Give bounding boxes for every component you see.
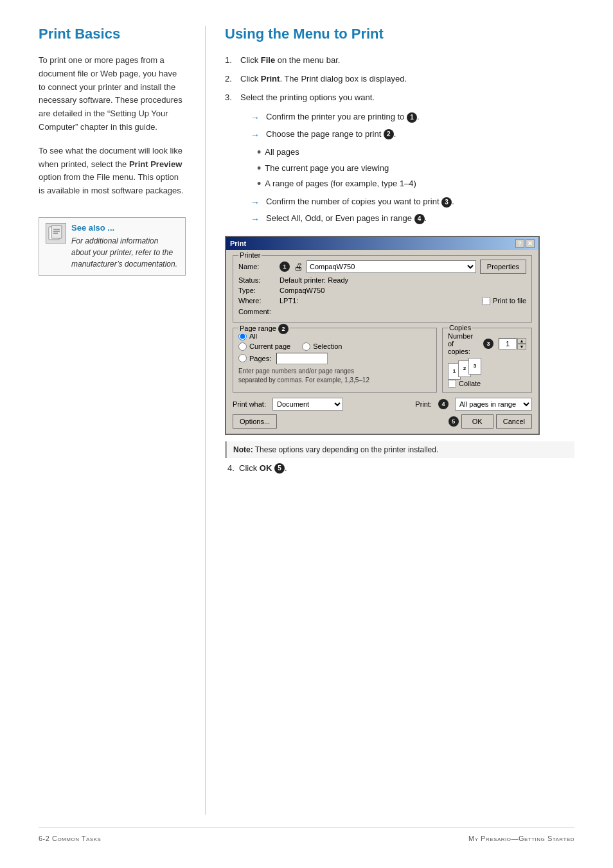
spin-arrows: ▲ ▼ <box>517 338 526 350</box>
pages-input[interactable] <box>276 353 328 364</box>
arrow-bullet-2: → Choose the page range to print 2. <box>251 128 574 142</box>
cancel-button[interactable]: Cancel <box>496 414 532 429</box>
num-copies-row: Number of copies: 3 ▲ ▼ <box>448 332 526 355</box>
copies-group-title: Copies <box>448 324 472 332</box>
name-select-row: CompaqW750 Properties <box>306 260 526 274</box>
left-column: Print Basics To print one or more pages … <box>39 26 206 815</box>
note-box: Note: These options vary depending on th… <box>225 441 574 458</box>
note-label: Note: <box>233 445 253 454</box>
step4-post: . <box>285 463 287 473</box>
copies-spin: ▲ ▼ <box>499 338 526 350</box>
status-value: Default printer: Ready <box>280 276 348 284</box>
pages-radio[interactable] <box>238 354 247 362</box>
pages-hint: Enter page numbers and/or page rangessep… <box>238 367 431 385</box>
ok-button[interactable]: OK <box>461 414 493 429</box>
right-column: Using the Menu to Print 1. Click File on… <box>206 26 574 815</box>
dialog-titlebar: Print ? ✕ <box>226 237 538 250</box>
selection-radio[interactable] <box>302 342 310 351</box>
right-title: Using the Menu to Print <box>225 26 574 42</box>
columns: Print Basics To print one or more pages … <box>39 26 574 815</box>
step-3: 3. Select the printing options you want. <box>225 91 574 105</box>
pages-label: Pages: <box>249 355 271 362</box>
printer-group: Printer Name: 1 🖨 CompaqW750 Properties <box>233 255 532 323</box>
arrow2-text: Choose the page range to print 2. <box>266 128 396 141</box>
dialog-title-buttons: ? ✕ <box>515 239 535 248</box>
type-value: CompaqW750 <box>280 287 324 294</box>
step4: 4. Click OK 5. <box>227 463 574 474</box>
spin-down[interactable]: ▼ <box>517 344 526 350</box>
step1-bold: File <box>261 55 275 65</box>
printer-status-row: Status: Default printer: Ready <box>238 276 526 284</box>
circle-4: 4 <box>414 214 425 224</box>
arrow1-post: . <box>417 112 420 121</box>
left-para2-post: option from the File menu. This option i… <box>39 172 183 195</box>
copies-input[interactable] <box>499 338 517 350</box>
printer-name-select[interactable]: CompaqW750 <box>306 260 476 273</box>
step2-num: 2. <box>225 73 236 86</box>
print-to-file-checkbox[interactable] <box>482 297 490 305</box>
print-select[interactable]: All pages in range <box>455 398 532 411</box>
middle-section: Page range 2 All Current page <box>233 328 532 398</box>
step2-bold: Print <box>261 74 280 84</box>
dialog-body: Printer Name: 1 🖨 CompaqW750 Properties <box>226 250 538 434</box>
print-what-select[interactable]: Document <box>272 398 343 411</box>
arrow-bullet-1: → Confirm the printer you are printing t… <box>251 111 574 125</box>
dot-icon-2: • <box>257 162 261 176</box>
step3-text: Select the printing options you want. <box>240 91 375 105</box>
circle-dialog-3: 3 <box>483 339 493 349</box>
dot-icon-1: • <box>257 146 261 160</box>
properties-button[interactable]: Properties <box>480 260 526 274</box>
step1-post: on the menu bar. <box>275 55 340 65</box>
collate-label: Collate <box>459 380 481 387</box>
spin-up[interactable]: ▲ <box>517 338 526 344</box>
arrow4-text: Select All, Odd, or Even pages in range … <box>266 212 427 226</box>
footer-bar: 6-2 Common Tasks My Presario—Getting Sta… <box>39 828 574 842</box>
arrow1-pre: Confirm the printer you are printing to <box>266 112 407 121</box>
left-para2-bold: Print Preview <box>129 159 182 169</box>
printer-comment-row: Comment: <box>238 308 526 315</box>
dialog-help-button[interactable]: ? <box>515 239 524 248</box>
options-button[interactable]: Options... <box>233 414 277 429</box>
arrow3-text: Confirm the number of copies you want to… <box>266 195 454 209</box>
step4-bold: OK <box>260 463 272 473</box>
printer-type-row: Type: CompaqW750 <box>238 287 526 294</box>
dot-item-2: • The current page you are viewing <box>257 162 574 176</box>
dot-icon-3: • <box>257 177 261 191</box>
current-page-label: Current page <box>249 342 290 350</box>
where-value: LPT1: <box>280 297 298 305</box>
comment-label: Comment: <box>238 308 277 315</box>
note-text: These options vary depending on the prin… <box>253 445 439 454</box>
arrow3-pre: Confirm the number of copies you want to… <box>266 197 441 206</box>
see-also-content: See also ... For additional information … <box>71 223 179 270</box>
left-title: Print Basics <box>39 26 186 42</box>
where-label: Where: <box>238 297 277 305</box>
print-what-label: Print what: <box>233 400 266 408</box>
printer-where-row: Where: LPT1: Print to file <box>238 297 526 305</box>
arrow-icon-4: → <box>251 212 260 226</box>
steps-list: 1. Click File on the menu bar. 2. Click … <box>225 54 574 104</box>
current-page-radio[interactable] <box>238 342 247 351</box>
print-dialog: Print ? ✕ Printer Name: 1 🖨 <box>225 236 540 435</box>
dialog-close-button[interactable]: ✕ <box>526 239 535 248</box>
arrow-bullets-2: → Confirm the number of copies you want … <box>238 195 574 227</box>
arrow-icon-3: → <box>251 195 260 209</box>
dot-item-3: • A range of pages (for example, type 1–… <box>257 177 574 191</box>
dot-bullets: • All pages • The current page you are v… <box>257 146 574 191</box>
selection-label: Selection <box>313 342 342 350</box>
pages-radio-row: Pages: <box>238 353 431 364</box>
see-also-icon <box>46 223 66 244</box>
dot-text-1: All pages <box>265 146 299 159</box>
printer-group-title: Printer <box>238 251 262 259</box>
arrow-icon-1: → <box>251 111 260 125</box>
print-to-file-row: Print to file <box>482 297 526 305</box>
num-copies-label: Number of copies: <box>448 332 478 355</box>
arrow3-post: . <box>452 197 454 206</box>
circle-1: 1 <box>407 112 417 123</box>
arrow-icon-2: → <box>251 128 260 142</box>
dot-text-2: The current page you are viewing <box>265 162 389 175</box>
collate-checkbox[interactable] <box>448 380 456 388</box>
circle-dialog-4: 4 <box>438 399 449 409</box>
circle-dialog-5: 5 <box>449 416 459 427</box>
print-what-row: Print what: Document Print: 4 All pages … <box>233 398 532 411</box>
step-1: 1. Click File on the menu bar. <box>225 54 574 67</box>
